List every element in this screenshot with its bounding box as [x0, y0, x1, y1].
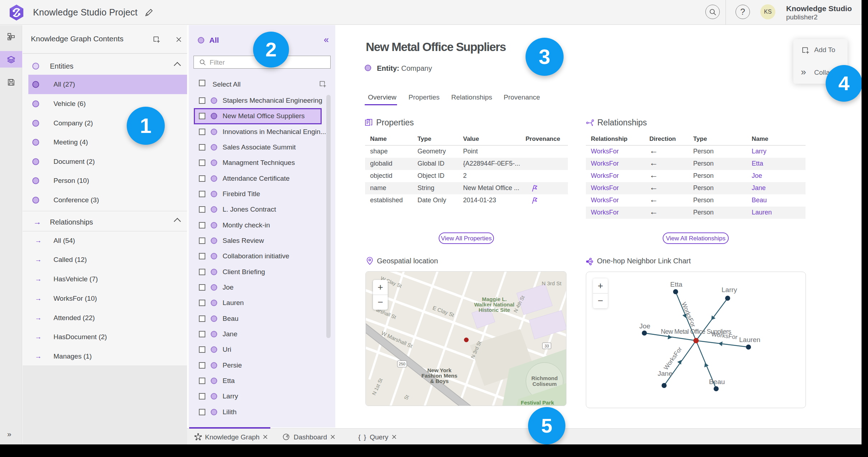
- svg-text:Historic Site: Historic Site: [479, 307, 510, 313]
- svg-text:Jane: Jane: [658, 370, 672, 377]
- svg-text:Beau: Beau: [709, 378, 725, 386]
- svg-text:WorksFor: WorksFor: [662, 346, 683, 371]
- svg-text:Coliseum: Coliseum: [532, 381, 557, 387]
- svg-text:WorksFor: WorksFor: [680, 301, 697, 328]
- svg-text:N 3rd St: N 3rd St: [542, 280, 562, 286]
- svg-text:Larry: Larry: [722, 286, 737, 294]
- svg-text:Festival Park: Festival Park: [521, 400, 554, 406]
- svg-text:33: 33: [545, 344, 549, 348]
- svg-text:Joe: Joe: [639, 322, 650, 330]
- svg-text:Lauren: Lauren: [739, 336, 760, 343]
- svg-text:& Boys: & Boys: [430, 378, 449, 384]
- svg-text:Richmond: Richmond: [531, 375, 557, 381]
- svg-text:WorksFor: WorksFor: [711, 331, 738, 341]
- svg-text:Etta: Etta: [670, 281, 682, 288]
- svg-text:250: 250: [399, 362, 405, 366]
